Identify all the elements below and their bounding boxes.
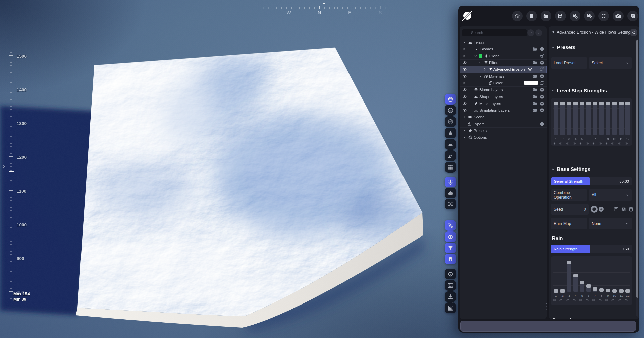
tree-row-terrain[interactable]: Terrain [460, 39, 547, 46]
tree-row-shape-layers[interactable]: Shape Layers [460, 93, 547, 100]
step-slider-4[interactable] [573, 102, 578, 135]
folder-button[interactable] [532, 87, 538, 92]
step-slider-7[interactable] [593, 102, 597, 135]
tree-row-presets[interactable]: Presets [460, 127, 547, 134]
folder-button[interactable] [532, 74, 538, 79]
step-slider-12[interactable] [625, 260, 630, 292]
step-eye-icon[interactable] [611, 142, 618, 145]
step-eye-icon[interactable] [559, 298, 566, 302]
visibility-eye-icon[interactable] [462, 87, 467, 92]
shaded-terrain-view[interactable] [445, 105, 456, 116]
panel-expand-icon[interactable] [1, 164, 7, 169]
new-file-button[interactable] [526, 11, 537, 21]
step-slider-1[interactable] [554, 102, 558, 135]
step-slider-11[interactable] [619, 260, 624, 292]
expand-all-button[interactable] [535, 29, 542, 36]
record-button[interactable] [445, 269, 456, 279]
step-eye-icon[interactable] [553, 142, 559, 145]
visibility-eye-icon[interactable] [462, 74, 467, 79]
folder-button[interactable] [532, 94, 538, 99]
step-slider-8[interactable] [599, 102, 604, 135]
tree-row-biomes[interactable]: Biomes [460, 46, 547, 53]
save-edit-button[interactable] [584, 11, 595, 21]
seed-history-icon[interactable] [628, 207, 634, 212]
plus-button[interactable] [539, 46, 545, 52]
step-eye-icon[interactable] [579, 298, 585, 302]
color-swatch[interactable] [524, 81, 538, 85]
layers-toggle[interactable] [445, 254, 456, 264]
step-eye-icon[interactable] [572, 298, 579, 302]
tree-expander[interactable] [469, 47, 473, 51]
panel-resize-handle[interactable] [452, 302, 454, 310]
home-button[interactable] [512, 11, 523, 21]
step-slider-5[interactable] [580, 260, 585, 292]
save-seed-icon[interactable] [621, 207, 626, 212]
save-as-button[interactable] [570, 11, 580, 21]
step-eye-icon[interactable] [618, 142, 625, 145]
step-slider-3[interactable] [567, 260, 572, 292]
step-slider-10[interactable] [612, 260, 617, 292]
seed-decrement-button[interactable] [591, 206, 598, 213]
color-tag[interactable] [479, 54, 482, 58]
step-eye-icon[interactable] [592, 142, 598, 145]
step-slider-8[interactable] [599, 260, 604, 292]
step-slider-6[interactable] [586, 102, 591, 135]
sun-toggle[interactable] [445, 177, 456, 187]
step-eye-icon[interactable] [598, 298, 605, 302]
tree-expander[interactable] [462, 129, 466, 133]
plus-button[interactable] [539, 101, 545, 106]
step-slider-9[interactable] [606, 260, 610, 292]
step-slider-5[interactable] [580, 102, 585, 135]
seed-field[interactable]: Seed0 [551, 204, 589, 215]
tree-row-biome-layers[interactable]: Biome Layers [460, 86, 547, 93]
biome-view[interactable] [445, 150, 456, 161]
open-project-button[interactable] [541, 11, 551, 21]
help-button[interactable] [627, 11, 638, 21]
rain-map-select[interactable]: None [589, 218, 632, 229]
step-eye-icon[interactable] [585, 142, 592, 145]
step-slider-9[interactable] [606, 102, 610, 135]
tree-row-advanced-erosion-w[interactable]: Advanced Erosion - W [460, 66, 547, 73]
auto-settings-toggle[interactable] [445, 220, 456, 231]
step-eye-icon[interactable] [598, 142, 605, 145]
visibility-toggle[interactable] [445, 231, 456, 242]
step-eye-icon[interactable] [618, 298, 625, 302]
step-slider-2[interactable] [560, 260, 565, 292]
tree-expander[interactable] [483, 81, 487, 85]
plus-button[interactable] [539, 94, 545, 99]
tree-expander[interactable] [462, 40, 466, 44]
step-eye-icon[interactable] [566, 142, 573, 145]
settings-scrollbar[interactable] [636, 39, 638, 317]
compass[interactable]: W N E S [258, 1, 390, 16]
folder-button[interactable] [532, 101, 538, 106]
tree-row-mask-layers[interactable]: Mask Layers [460, 100, 547, 107]
step-slider-1[interactable] [554, 260, 558, 292]
water-view[interactable] [445, 128, 456, 138]
screenshot-button[interactable] [613, 11, 624, 21]
tree-row-color[interactable]: Color [460, 80, 547, 87]
plus-button[interactable] [539, 74, 545, 79]
sync-button[interactable] [598, 11, 609, 21]
step-slider-3[interactable] [567, 102, 572, 135]
step-eye-icon[interactable] [572, 142, 579, 145]
visibility-eye-icon[interactable] [462, 108, 467, 113]
seed-increment-button[interactable] [598, 206, 605, 213]
tree-expander[interactable] [474, 54, 478, 58]
tree-expander[interactable] [483, 67, 487, 71]
visibility-eye-icon[interactable] [462, 81, 467, 85]
step-eye-icon[interactable] [624, 142, 631, 145]
plus-button[interactable] [539, 121, 545, 127]
tree-expander[interactable] [462, 115, 466, 119]
step-slider-6[interactable] [586, 260, 591, 292]
tree-expander[interactable] [462, 135, 466, 139]
load-preset-select[interactable]: Select... [589, 57, 632, 69]
filters-toggle[interactable] [445, 243, 456, 253]
combine-operation-select[interactable]: All [589, 189, 632, 201]
folder-button[interactable] [532, 60, 538, 65]
wireframe-terrain-view[interactable] [445, 116, 456, 127]
visibility-eye-icon[interactable] [462, 47, 467, 51]
water-waves-toggle[interactable] [445, 199, 456, 209]
tree-row-global[interactable]: Global [460, 53, 547, 60]
step-eye-icon[interactable] [585, 298, 592, 302]
rain-strength-slider[interactable]: Rain Strength 0.50 [551, 245, 632, 253]
